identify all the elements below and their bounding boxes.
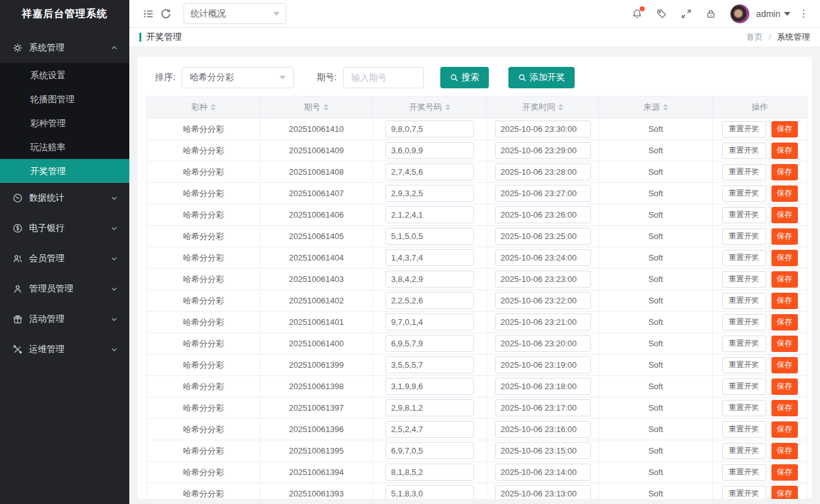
- time-input[interactable]: [495, 120, 591, 138]
- reset-draw-button[interactable]: 重置开奖: [722, 314, 766, 331]
- reset-draw-button[interactable]: 重置开奖: [722, 164, 766, 180]
- time-input[interactable]: [495, 271, 591, 288]
- save-button[interactable]: 保存: [771, 486, 798, 500]
- reset-draw-button[interactable]: 重置开奖: [722, 228, 766, 245]
- issue-input[interactable]: [343, 67, 424, 88]
- sidebar-item-activity[interactable]: 活动管理: [0, 304, 129, 334]
- sidebar-subitem[interactable]: 开奖管理: [0, 159, 129, 183]
- numbers-input[interactable]: [385, 228, 474, 245]
- sidebar-subitem[interactable]: 玩法赔率: [0, 135, 129, 159]
- save-button[interactable]: 保存: [771, 357, 798, 373]
- reset-draw-button[interactable]: 重置开奖: [722, 357, 766, 373]
- numbers-input[interactable]: [385, 163, 474, 180]
- time-input[interactable]: [495, 442, 591, 459]
- save-button[interactable]: 保存: [771, 164, 798, 180]
- reset-draw-button[interactable]: 重置开奖: [722, 143, 766, 159]
- time-input[interactable]: [495, 228, 591, 245]
- time-input[interactable]: [495, 142, 591, 159]
- reset-draw-button[interactable]: 重置开奖: [722, 443, 766, 459]
- save-button[interactable]: 保存: [771, 207, 798, 223]
- breadcrumb-home[interactable]: 首页: [746, 32, 763, 42]
- numbers-input[interactable]: [385, 485, 474, 499]
- nav-select[interactable]: 统计概况: [184, 3, 286, 24]
- numbers-input[interactable]: [385, 271, 474, 288]
- save-button[interactable]: 保存: [771, 421, 798, 438]
- search-button[interactable]: 搜索: [440, 67, 489, 88]
- save-button[interactable]: 保存: [771, 185, 798, 202]
- reset-draw-button[interactable]: 重置开奖: [722, 293, 766, 309]
- time-input[interactable]: [495, 464, 591, 481]
- time-input[interactable]: [495, 421, 591, 438]
- save-button[interactable]: 保存: [771, 400, 798, 416]
- save-button[interactable]: 保存: [771, 464, 798, 481]
- numbers-input[interactable]: [385, 356, 474, 373]
- numbers-input[interactable]: [385, 335, 474, 352]
- reset-draw-button[interactable]: 重置开奖: [722, 271, 766, 288]
- save-button[interactable]: 保存: [771, 293, 798, 309]
- refresh-icon[interactable]: [157, 5, 175, 23]
- notifications-bell-icon[interactable]: [628, 5, 646, 23]
- numbers-input[interactable]: [385, 249, 474, 266]
- numbers-input[interactable]: [385, 185, 474, 202]
- numbers-input[interactable]: [385, 399, 474, 416]
- numbers-input[interactable]: [385, 120, 474, 138]
- reset-draw-button[interactable]: 重置开奖: [722, 486, 766, 500]
- col-header-lottery[interactable]: 彩种: [147, 97, 261, 119]
- sidebar-item-system[interactable]: 系统管理: [0, 33, 129, 63]
- tag-icon[interactable]: [653, 5, 671, 23]
- collapse-sidebar-icon[interactable]: [139, 5, 157, 23]
- reset-draw-button[interactable]: 重置开奖: [722, 185, 766, 202]
- time-input[interactable]: [495, 314, 591, 331]
- save-button[interactable]: 保存: [771, 314, 798, 331]
- sidebar-item-stats[interactable]: 数据统计: [0, 183, 129, 213]
- reset-draw-button[interactable]: 重置开奖: [722, 250, 766, 266]
- user-menu[interactable]: admin: [756, 9, 790, 19]
- time-input[interactable]: [495, 163, 591, 180]
- save-button[interactable]: 保存: [771, 271, 798, 288]
- save-button[interactable]: 保存: [771, 443, 798, 459]
- numbers-input[interactable]: [385, 421, 474, 438]
- fullscreen-icon[interactable]: [677, 5, 695, 23]
- save-button[interactable]: 保存: [771, 378, 798, 395]
- save-button[interactable]: 保存: [771, 250, 798, 266]
- reset-draw-button[interactable]: 重置开奖: [722, 421, 766, 438]
- time-input[interactable]: [495, 206, 591, 223]
- numbers-input[interactable]: [385, 314, 474, 331]
- numbers-input[interactable]: [385, 292, 474, 309]
- time-input[interactable]: [495, 399, 591, 416]
- col-header-time[interactable]: 开奖时间: [487, 97, 599, 119]
- reset-draw-button[interactable]: 重置开奖: [722, 336, 766, 352]
- save-button[interactable]: 保存: [771, 336, 798, 352]
- col-header-numbers[interactable]: 开奖号码: [373, 97, 487, 119]
- save-button[interactable]: 保存: [771, 228, 798, 245]
- numbers-input[interactable]: [385, 442, 474, 459]
- sidebar-item-ebank[interactable]: 电子银行: [0, 213, 129, 243]
- sidebar-item-ops[interactable]: 运维管理: [0, 334, 129, 365]
- reset-draw-button[interactable]: 重置开奖: [722, 378, 766, 395]
- sort-icon[interactable]: [211, 104, 216, 110]
- avatar[interactable]: [730, 4, 749, 23]
- sort-icon[interactable]: [558, 104, 563, 110]
- sort-icon[interactable]: [445, 104, 450, 110]
- numbers-input[interactable]: [385, 206, 474, 223]
- numbers-input[interactable]: [385, 378, 474, 395]
- sidebar-item-admins[interactable]: 管理员管理: [0, 274, 129, 304]
- more-options-icon[interactable]: ⋮: [797, 8, 810, 20]
- add-draw-button[interactable]: 添加开奖: [508, 67, 575, 88]
- reset-draw-button[interactable]: 重置开奖: [722, 207, 766, 223]
- lottery-type-select[interactable]: 哈希分分彩: [182, 67, 294, 88]
- sort-icon[interactable]: [663, 104, 668, 110]
- save-button[interactable]: 保存: [771, 121, 798, 138]
- time-input[interactable]: [495, 356, 591, 373]
- numbers-input[interactable]: [385, 464, 474, 481]
- reset-draw-button[interactable]: 重置开奖: [722, 121, 766, 138]
- time-input[interactable]: [495, 485, 591, 499]
- save-button[interactable]: 保存: [771, 143, 798, 159]
- time-input[interactable]: [495, 335, 591, 352]
- time-input[interactable]: [495, 249, 591, 266]
- col-header-issue[interactable]: 期号: [261, 97, 373, 119]
- time-input[interactable]: [495, 185, 591, 202]
- time-input[interactable]: [495, 292, 591, 309]
- reset-draw-button[interactable]: 重置开奖: [722, 464, 766, 481]
- sidebar-item-members[interactable]: 会员管理: [0, 243, 129, 274]
